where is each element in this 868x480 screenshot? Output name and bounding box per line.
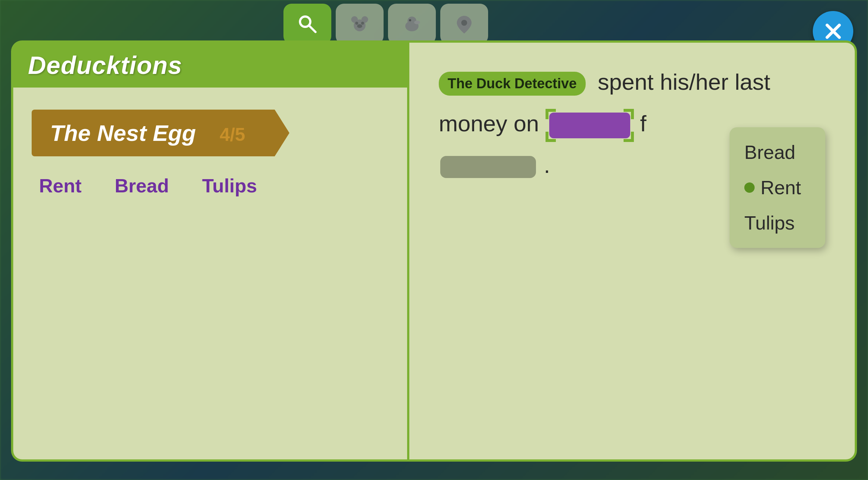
- left-page-header: Deducktions: [13, 43, 407, 88]
- sentence-end: .: [544, 152, 550, 178]
- banner-shape: The Nest Egg 4/5: [32, 110, 289, 156]
- subject-badge: The Duck Detective: [439, 72, 586, 96]
- svg-point-12: [461, 20, 467, 26]
- dropdown-label-bread: Bread: [744, 141, 795, 163]
- svg-point-9: [407, 17, 416, 25]
- tab-search[interactable]: [283, 4, 331, 44]
- dropdown-label-tulips: Tulips: [744, 212, 795, 234]
- dropdown-item-rent[interactable]: Rent: [730, 170, 825, 205]
- sentence-text-3: f: [640, 111, 646, 136]
- svg-point-7: [357, 24, 362, 28]
- left-page: Deducktions The Nest Egg 4/5 Rent Bread …: [11, 40, 408, 462]
- blank-slot-inner: [549, 113, 630, 138]
- answer-option-tulips[interactable]: Tulips: [202, 175, 257, 197]
- chapter-progress: 4/5: [220, 124, 246, 145]
- blank-answer-slot[interactable]: [549, 113, 630, 138]
- answer-options: Rent Bread Tulips: [32, 175, 389, 197]
- top-navigation: [283, 4, 488, 44]
- svg-point-11: [409, 19, 411, 21]
- tab-duck[interactable]: [388, 4, 436, 44]
- redacted-text: [440, 156, 536, 178]
- right-page: The Duck Detective spent his/her last mo…: [408, 40, 857, 462]
- chapter-banner: The Nest Egg 4/5: [32, 110, 289, 156]
- svg-line-1: [309, 25, 315, 32]
- dropdown-item-tulips[interactable]: Tulips: [730, 205, 825, 241]
- sentence-text-2: money on: [439, 111, 539, 136]
- deducktions-title: Deducktions: [28, 51, 392, 79]
- selected-indicator: [744, 182, 755, 193]
- svg-point-10: [414, 21, 420, 24]
- tab-location[interactable]: [440, 4, 488, 44]
- answer-option-rent[interactable]: Rent: [39, 175, 82, 197]
- dropdown-label-rent: Rent: [761, 177, 801, 199]
- tab-bear[interactable]: [336, 4, 384, 44]
- book: Deducktions The Nest Egg 4/5 Rent Bread …: [11, 40, 857, 462]
- answer-dropdown: Bread Rent Tulips: [730, 127, 825, 248]
- answer-option-bread[interactable]: Bread: [115, 175, 169, 197]
- sentence-text-1: spent his/her last: [598, 69, 770, 95]
- svg-point-6: [361, 22, 364, 25]
- svg-point-5: [355, 22, 358, 25]
- chapter-name: The Nest Egg: [50, 120, 196, 146]
- sentence-line1: The Duck Detective spent his/her last: [439, 65, 833, 99]
- left-page-content: The Nest Egg 4/5 Rent Bread Tulips: [13, 88, 407, 219]
- dropdown-item-bread[interactable]: Bread: [730, 135, 825, 170]
